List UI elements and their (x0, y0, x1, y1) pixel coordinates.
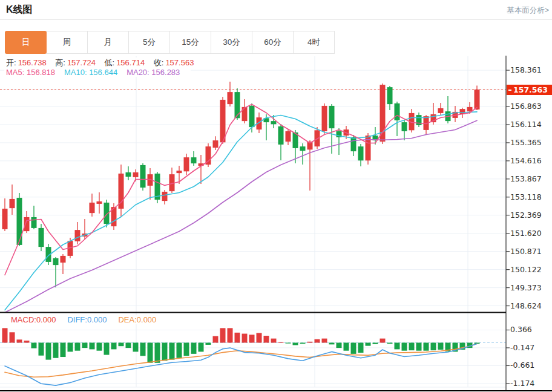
candle (213, 140, 218, 148)
candle (17, 198, 22, 245)
macd-bar (162, 343, 168, 361)
macd-bar (17, 339, 22, 342)
tab-30min[interactable]: 30分 (211, 31, 252, 54)
macd-bar (373, 343, 378, 344)
macd-bar (155, 343, 160, 363)
macd-bar (10, 332, 15, 342)
current-price-tag: 157.563 (507, 85, 552, 95)
macd-bar (90, 343, 95, 350)
tab-15min[interactable]: 15分 (169, 31, 211, 54)
macd-bar (133, 343, 139, 352)
macd-bar (286, 343, 291, 344)
ma10-legend: MA10: 156.644 (64, 68, 117, 77)
macd-bar (104, 343, 110, 355)
candle (133, 172, 139, 177)
macd-bar (249, 335, 255, 342)
candle (191, 157, 197, 163)
ma10-line (5, 112, 477, 310)
macd-bar (75, 343, 80, 351)
macd-bar (140, 343, 146, 356)
macd-bar (39, 343, 44, 356)
macd-legend: MACD:0.000DIFF:0.000DEA:0.000 (9, 315, 169, 324)
price-axis-label: 155.365 (510, 138, 542, 147)
macd-bar (228, 328, 233, 342)
kline-page: { "header": { "title": "K线图", "link_labe… (0, 0, 552, 392)
price-axis-label: 150.871 (510, 247, 542, 256)
candle (228, 92, 233, 104)
candle (249, 106, 255, 127)
price-axis-label: 153.118 (510, 192, 542, 201)
macd-bar (307, 342, 313, 343)
macd-bar (278, 342, 284, 342)
macd-bar (111, 343, 117, 350)
ma-legend: MA5: 156.818MA10: 156.644MA20: 156.283 (4, 68, 191, 77)
macd-bar (242, 334, 248, 343)
candle (90, 203, 95, 213)
macd-bar (351, 343, 356, 354)
macd-axis-label: 0.366 (510, 325, 532, 334)
close-value: 157.563 (165, 58, 194, 67)
candle (206, 146, 211, 165)
ma20-line (5, 120, 477, 312)
candle (10, 199, 15, 208)
open-label: 开: (6, 58, 16, 67)
tab-day[interactable]: 日 (5, 31, 47, 54)
candle (286, 131, 291, 142)
macd-bar (97, 343, 102, 351)
macd-bar (206, 343, 211, 345)
macd-bar (2, 328, 8, 342)
candle (387, 87, 393, 104)
macd-bar (53, 343, 59, 358)
macd-bar (220, 328, 226, 342)
open-value: 156.738 (18, 58, 47, 67)
candle (329, 106, 335, 128)
price-axis-label: 153.867 (510, 174, 542, 183)
macd-bar (337, 343, 342, 348)
macd-bar (235, 333, 240, 343)
tab-5min[interactable]: 5分 (128, 31, 170, 54)
diff-value: DIFF:0.000 (67, 315, 107, 324)
candle (475, 90, 480, 109)
ma5-legend: MA5: 156.818 (6, 68, 55, 77)
candle (2, 209, 8, 229)
high-value: 157.724 (67, 58, 96, 67)
macd-bar (315, 339, 320, 343)
candle (61, 256, 66, 263)
macd-bar (366, 343, 371, 346)
candle (271, 121, 277, 124)
macd-bar (257, 333, 262, 342)
candle (31, 217, 37, 228)
tab-month[interactable]: 月 (87, 31, 129, 54)
macd-bar (431, 343, 436, 351)
price-axis-label: 150.122 (510, 265, 542, 274)
macd-bar (169, 343, 175, 360)
macd-value: MACD:0.000 (11, 315, 56, 324)
tab-60min[interactable]: 60分 (252, 31, 294, 54)
macd-bar (293, 343, 298, 345)
candle (162, 192, 168, 201)
macd-bar (191, 343, 197, 354)
price-axis-label: 158.361 (510, 65, 542, 74)
candle (300, 146, 306, 151)
candle (402, 122, 407, 131)
macd-bar (416, 343, 422, 351)
macd-bar (424, 343, 429, 351)
macd-bar (82, 343, 88, 348)
candle (126, 172, 131, 177)
macd-bar (184, 343, 189, 356)
macd-bar (24, 341, 30, 342)
candle (140, 165, 146, 188)
macd-bar (271, 339, 277, 343)
macd-bar (344, 343, 349, 351)
candle (242, 107, 248, 121)
macd-bar (380, 339, 386, 343)
macd-bar (358, 343, 364, 353)
tab-week[interactable]: 周 (46, 31, 88, 54)
macd-bar (438, 343, 444, 350)
price-axis-label: 156.863 (510, 102, 542, 111)
high-label: 高: (55, 58, 65, 67)
candle (351, 137, 356, 151)
macd-bar (31, 343, 37, 348)
tab-4hour[interactable]: 4时 (293, 31, 335, 54)
price-axis-label: 151.620 (510, 229, 542, 238)
